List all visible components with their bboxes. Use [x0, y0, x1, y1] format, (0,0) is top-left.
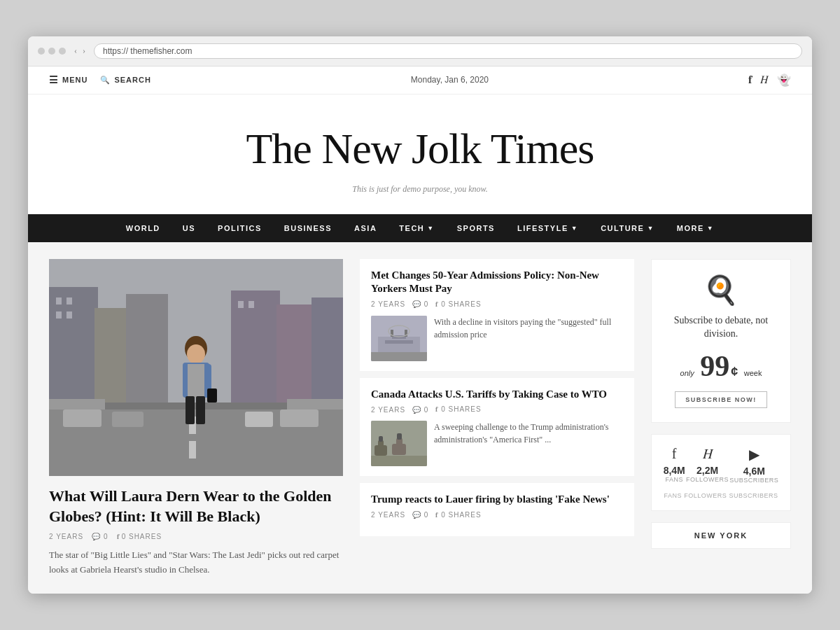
- featured-meta: 2 YEARS 💬 0 𝐟 0 SHARES: [49, 533, 343, 541]
- svg-rect-27: [188, 364, 204, 398]
- main-nav: WORLD US POLITICS BUSINESS ASIA TECH ▼ S…: [28, 214, 812, 242]
- price-per-week: week: [744, 369, 762, 377]
- search-icon: 🔍: [100, 76, 111, 85]
- article-2-excerpt: A sweeping challenge to the Trump admini…: [434, 421, 623, 466]
- site-title[interactable]: The New Jolk Times: [42, 115, 798, 181]
- article-2: Canada Attacks U.S. Tariffs by Taking Ca…: [360, 378, 634, 477]
- facebook-stat[interactable]: f 8,4M Fans: [664, 446, 685, 484]
- article-2-meta: 2 YEARS 💬 0 𝐟 0 SHARES: [371, 405, 623, 414]
- nav-world[interactable]: WORLD: [115, 214, 172, 242]
- culture-chevron: ▼: [647, 225, 654, 232]
- svg-point-25: [187, 344, 205, 364]
- nav-culture[interactable]: CULTURE ▼: [589, 214, 666, 242]
- svg-rect-19: [112, 412, 144, 427]
- featured-image[interactable]: [49, 259, 343, 476]
- svg-rect-35: [385, 340, 413, 344]
- featured-title[interactable]: What Will Laura Dern Wear to the Golden …: [49, 486, 343, 527]
- menu-button[interactable]: ☰ MENU: [49, 74, 88, 85]
- snapchat-icon[interactable]: 👻: [777, 74, 791, 87]
- nav-tech[interactable]: TECH ▼: [388, 214, 445, 242]
- youtube-label: Subscribers: [729, 477, 778, 484]
- facebook-count: 8,4M: [664, 465, 685, 476]
- article-3-title[interactable]: Trump reacts to Lauer firing by blasting…: [371, 493, 623, 507]
- dot-yellow: [48, 48, 55, 55]
- price-number: 99: [700, 349, 729, 383]
- subscribe-tagline: Subscribe to debate, not division.: [663, 314, 779, 341]
- svg-rect-8: [56, 298, 62, 304]
- nav-lifestyle[interactable]: LIFESTYLE ▼: [506, 214, 589, 242]
- header-social-icons: 𝐟 𝐻 👻: [748, 74, 791, 87]
- price-cent: ¢: [731, 365, 738, 379]
- nav-sports[interactable]: SPORTS: [446, 214, 506, 242]
- article-1-body: With a decline in visitors paying the "s…: [371, 316, 623, 361]
- article-3-meta: 2 YEARS 💬 0 𝐟 0 SHARES: [371, 511, 623, 519]
- nav-asia[interactable]: ASIA: [343, 214, 388, 242]
- article-1-thumbnail[interactable]: [371, 316, 427, 361]
- article-1-img: [371, 316, 427, 361]
- dot-green: [59, 48, 66, 55]
- article-2-img: [371, 421, 427, 466]
- twitter-icon[interactable]: 𝐻: [760, 74, 769, 86]
- facebook-label: Fans: [664, 476, 685, 483]
- svg-rect-30: [204, 364, 211, 391]
- nav-business[interactable]: BUSINESS: [273, 214, 343, 242]
- article-3-age: 2 YEARS: [371, 511, 405, 519]
- svg-rect-10: [56, 312, 62, 318]
- svg-rect-22: [49, 399, 105, 410]
- subscribe-box: 🍳 Subscribe to debate, not division. onl…: [651, 259, 791, 423]
- browser-url[interactable]: https:// themefisher.com: [94, 43, 802, 59]
- sidebar: 🍳 Subscribe to debate, not division. onl…: [651, 259, 791, 578]
- header-date: Monday, Jan 6, 2020: [411, 75, 489, 85]
- article-2-body: A sweeping challenge to the Trump admini…: [371, 421, 623, 466]
- nav-politics[interactable]: POLITICS: [206, 214, 273, 242]
- svg-rect-17: [189, 441, 196, 458]
- nav-more[interactable]: MORE ▼: [666, 214, 725, 242]
- article-3: Trump reacts to Lauer firing by blasting…: [360, 483, 634, 536]
- featured-shares: 𝐟 0 SHARES: [117, 533, 162, 541]
- nav-us[interactable]: US: [172, 214, 206, 242]
- browser-nav[interactable]: ‹ ›: [73, 46, 87, 56]
- svg-rect-46: [397, 433, 402, 440]
- svg-rect-29: [196, 396, 205, 424]
- facebook-small-icon: 𝐟: [117, 533, 120, 541]
- articles-column: Met Changes 50-Year Admissions Policy: N…: [360, 259, 634, 578]
- svg-rect-23: [287, 399, 343, 410]
- subscribe-price: only 99¢ week: [663, 349, 779, 383]
- svg-rect-43: [379, 436, 383, 442]
- article-3-comments: 💬 0: [412, 511, 428, 519]
- svg-text:The New Jolk Times: The New Jolk Times: [246, 125, 594, 172]
- article-1-shares: 𝐟 0 SHARES: [435, 300, 481, 309]
- fans-sublabel: Fans: [664, 492, 682, 499]
- featured-age: 2 YEARS: [49, 533, 83, 540]
- lifestyle-chevron: ▼: [571, 225, 578, 232]
- svg-rect-2: [49, 287, 98, 406]
- site-header: ☰ MENU 🔍 SEARCH Monday, Jan 6, 2020 𝐟 𝐻 …: [28, 66, 812, 94]
- article-3-shares: 𝐟 0 SHARES: [435, 511, 481, 519]
- article-1-title[interactable]: Met Changes 50-Year Admissions Policy: N…: [371, 269, 623, 296]
- header-left: ☰ MENU 🔍 SEARCH: [49, 74, 151, 85]
- price-only-label: only: [680, 369, 694, 377]
- subscribe-button[interactable]: SUBSCRIBE NOW!: [675, 391, 767, 408]
- svg-rect-4: [126, 294, 168, 406]
- facebook-icon[interactable]: 𝐟: [748, 74, 752, 86]
- comment-icon: 💬: [92, 533, 101, 540]
- article-2-title[interactable]: Canada Attacks U.S. Tariffs by Taking Ca…: [371, 388, 623, 402]
- twitter-label: Followers: [686, 476, 729, 483]
- masthead: The New Jolk Times This is just for demo…: [28, 94, 812, 214]
- back-button[interactable]: ‹: [73, 46, 78, 56]
- youtube-stat[interactable]: ▶ 4,6M Subscribers: [729, 446, 778, 484]
- svg-rect-33: [378, 337, 420, 354]
- forward-button[interactable]: ›: [81, 46, 87, 56]
- location-label: NEW YORK: [651, 522, 791, 549]
- svg-rect-11: [66, 312, 72, 318]
- article-2-shares: 𝐟 0 SHARES: [435, 405, 481, 414]
- article-2-thumbnail[interactable]: [371, 421, 427, 466]
- svg-rect-7: [312, 298, 343, 406]
- svg-rect-21: [245, 412, 273, 427]
- search-button[interactable]: 🔍 SEARCH: [100, 76, 150, 85]
- svg-rect-20: [280, 410, 318, 427]
- twitter-stat[interactable]: 𝐻 2,2M Followers: [686, 446, 729, 484]
- social-sub-labels: Fans Followers Subscribers: [663, 492, 779, 499]
- youtube-stat-icon: ▶: [729, 446, 778, 463]
- article-1-meta: 2 YEARS 💬 0 𝐟 0 SHARES: [371, 300, 623, 309]
